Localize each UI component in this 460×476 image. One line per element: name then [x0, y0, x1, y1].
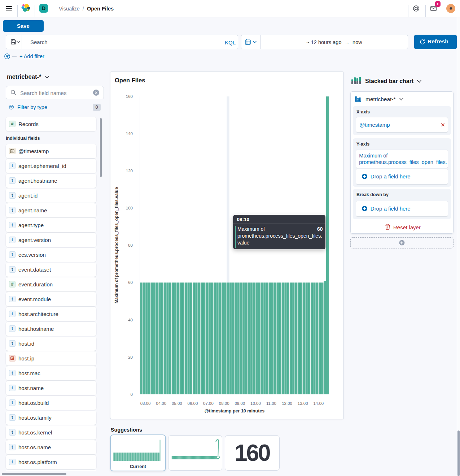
svg-text:04:00: 04:00	[156, 401, 166, 406]
svg-text:06:00: 06:00	[188, 401, 198, 406]
svg-text:140: 140	[126, 131, 133, 136]
svg-text:120: 120	[126, 169, 133, 173]
svg-text:10:00: 10:00	[250, 401, 261, 406]
svg-text:@timestamp per 10 minutes: @timestamp per 10 minutes	[205, 408, 264, 414]
svg-text:40: 40	[128, 318, 133, 322]
svg-text:08:00: 08:00	[219, 401, 229, 406]
svg-text:60: 60	[128, 280, 133, 285]
svg-text:09:00: 09:00	[235, 401, 245, 406]
svg-text:100: 100	[126, 206, 133, 210]
svg-text:0: 0	[131, 392, 133, 397]
svg-text:20: 20	[128, 355, 133, 359]
svg-text:160: 160	[126, 94, 133, 99]
svg-text:11:00: 11:00	[266, 401, 276, 406]
svg-text:80: 80	[128, 243, 133, 247]
svg-text:05:00: 05:00	[172, 401, 182, 406]
svg-text:14:00: 14:00	[313, 401, 324, 406]
svg-text:03:00: 03:00	[140, 401, 151, 406]
svg-text:12:00: 12:00	[282, 401, 292, 406]
svg-text:07:00: 07:00	[203, 401, 214, 406]
svg-text:Maximum of prometheus.process_: Maximum of prometheus.process_files_open…	[114, 187, 119, 303]
svg-text:13:00: 13:00	[298, 401, 308, 406]
